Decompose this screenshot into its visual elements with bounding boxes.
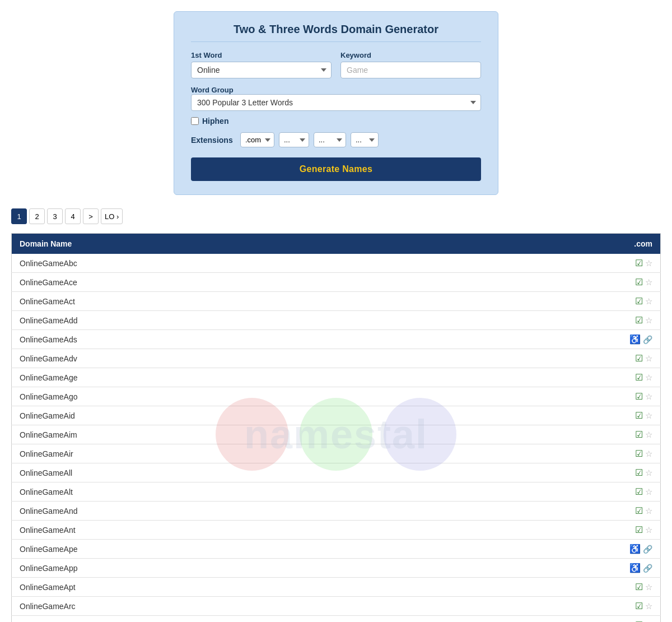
page-btn-3[interactable]: 3 [47,208,63,224]
available-icon[interactable]: ☑ [635,601,643,611]
ext-select-2[interactable]: ... .net .io [279,132,309,147]
hiphen-checkbox[interactable] [191,117,199,125]
first-word-label: 1st Word [191,51,332,59]
table-row: OnlineGameArc☑☆ [12,597,661,616]
domain-name-cell: OnlineGameApt [12,578,437,597]
page-btn-lo[interactable]: LO › [101,208,123,224]
status-icons: ☑☆ [635,505,652,516]
generate-button[interactable]: Generate Names [191,157,481,181]
table-row: OnlineGameAds♿🔗 [12,330,661,349]
domain-status-cell[interactable]: ☑☆ [437,578,661,597]
available-icon[interactable]: ☑ [635,296,643,307]
available-icon[interactable]: ☑ [635,524,643,535]
favorite-star-icon[interactable]: ☆ [645,411,652,421]
available-icon[interactable]: ☑ [635,448,643,459]
domain-status-cell[interactable]: ☑☆ [437,311,661,330]
available-icon[interactable]: ☑ [635,391,643,402]
taken-icon[interactable]: ♿ [629,334,641,345]
favorite-star-icon[interactable]: ☆ [645,468,652,478]
favorite-star-icon[interactable]: ☆ [645,354,652,364]
favorite-star-icon[interactable]: ☆ [645,487,652,497]
domain-status-cell[interactable]: ♿🔗 [437,559,661,578]
domain-status-cell[interactable]: ☑☆ [437,254,661,273]
domain-status-cell[interactable]: ☑☆ [437,425,661,444]
link-icon[interactable]: 🔗 [643,564,652,573]
domain-name-cell: OnlineGameAdv [12,349,437,368]
available-icon[interactable]: ☑ [635,486,643,497]
favorite-star-icon[interactable]: ☆ [645,449,652,459]
taken-icon[interactable]: ♿ [629,563,641,573]
word-group-label: Word Group [191,86,234,94]
ext-select-4[interactable]: ... .us .uk [351,132,379,147]
favorite-star-icon[interactable]: ☆ [645,373,652,383]
domain-status-cell[interactable]: ☑☆ [437,406,661,425]
favorite-star-icon[interactable]: ☆ [645,601,652,611]
domain-status-cell[interactable]: ☑☆ [437,502,661,521]
keyword-input[interactable] [340,62,481,78]
link-icon[interactable]: 🔗 [643,545,652,554]
available-icon[interactable]: ☑ [635,353,643,364]
page-btn-4[interactable]: 4 [65,208,81,224]
table-row: OnlineGameAlt☑☆ [12,482,661,502]
table-row: OnlineGameApt☑☆ [12,578,661,597]
table-row: OnlineGameApp♿🔗 [12,559,661,578]
favorite-star-icon[interactable]: ☆ [645,582,652,592]
col-com: .com [437,234,661,254]
domain-status-cell[interactable]: ☑☆ [437,273,661,292]
table-container: namestal Domain Name .com OnlineGameAbc☑… [11,233,661,622]
domain-status-cell[interactable]: ☑☆ [437,444,661,463]
domain-name-cell: OnlineGameAbc [12,254,437,273]
available-icon[interactable]: ☑ [635,429,643,440]
available-icon[interactable]: ☑ [635,410,643,421]
available-icon[interactable]: ☑ [635,258,643,268]
page-btn-next[interactable]: > [83,208,99,224]
domain-name-cell: OnlineGameAct [12,292,437,311]
page-btn-1[interactable]: 1 [11,208,27,224]
word-group-select[interactable]: 300 Popular 3 Letter Words 100 Common Wo… [191,94,481,111]
domain-name-cell: OnlineGameAdd [12,311,437,330]
domain-status-cell[interactable]: ☑☆ [437,387,661,406]
available-icon[interactable]: ☑ [635,315,643,326]
favorite-star-icon[interactable]: ☆ [645,315,652,326]
favorite-star-icon[interactable]: ☆ [645,277,652,287]
domain-name-cell: OnlineGameAge [12,368,437,387]
domain-status-cell[interactable]: ♿🔗 [437,540,661,559]
ext-select-1[interactable]: .com .net .org [240,132,274,147]
available-icon[interactable]: ☑ [635,505,643,516]
first-word-select[interactable]: Online Digital Smart [191,62,332,78]
keyword-label: Keyword [340,51,481,59]
favorite-star-icon[interactable]: ☆ [645,258,652,268]
domain-status-cell[interactable]: ☑☆ [437,521,661,540]
status-icons: ☑☆ [635,315,652,326]
extensions-label: Extensions [191,136,236,145]
favorite-star-icon[interactable]: ☆ [645,506,652,516]
table-row: OnlineGameAdv☑☆ [12,349,661,368]
page-btn-2[interactable]: 2 [29,208,45,224]
favorite-star-icon[interactable]: ☆ [645,296,652,307]
favorite-star-icon[interactable]: ☆ [645,525,652,535]
domain-status-cell[interactable]: ☑☆ [437,368,661,387]
available-icon[interactable]: ☑ [635,582,643,592]
table-row: OnlineGameAid☑☆ [12,406,661,425]
domain-name-cell: OnlineGameApp [12,559,437,578]
domain-status-cell[interactable]: ☑☆ [437,597,661,616]
domain-status-cell[interactable]: ☑☆ [437,292,661,311]
available-icon[interactable]: ☑ [635,277,643,287]
domain-status-cell[interactable]: ☑☆ [437,616,661,623]
favorite-star-icon[interactable]: ☆ [645,430,652,440]
domain-name-cell: OnlineGameAds [12,330,437,349]
domain-status-cell[interactable]: ☑☆ [437,463,661,482]
favorite-star-icon[interactable]: ☆ [645,392,652,402]
status-icons: ♿🔗 [629,334,652,345]
domain-status-cell[interactable]: ♿🔗 [437,330,661,349]
domain-status-cell[interactable]: ☑☆ [437,349,661,368]
available-icon[interactable]: ☑ [635,620,643,622]
taken-icon[interactable]: ♿ [629,544,641,554]
available-icon[interactable]: ☑ [635,372,643,383]
ext-select-3[interactable]: ... .co .app [314,132,346,147]
available-icon[interactable]: ☑ [635,467,643,478]
domain-name-cell: OnlineGameAir [12,444,437,463]
link-icon[interactable]: 🔗 [643,335,652,344]
domain-status-cell[interactable]: ☑☆ [437,482,661,502]
favorite-star-icon[interactable]: ☆ [645,620,652,623]
